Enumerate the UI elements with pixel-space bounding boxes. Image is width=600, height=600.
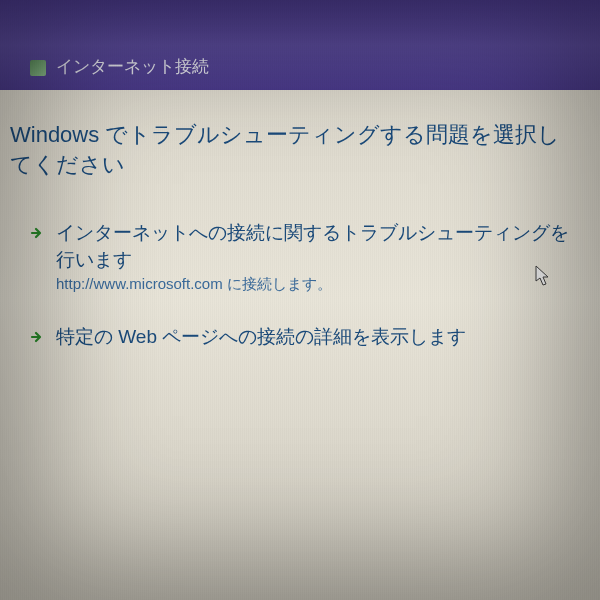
option-title: 特定の Web ページへの接続の詳細を表示します [56,324,466,351]
arrow-right-icon [30,226,44,240]
window-title: インターネット接続 [56,55,209,78]
option-webpage-details[interactable]: 特定の Web ページへの接続の詳細を表示します [10,324,580,351]
option-subtitle: http://www.microsoft.com に接続します。 [56,275,580,294]
content-area: Windows でトラブルシューティングする問題を選択してください インターネッ… [0,90,600,401]
option-internet-troubleshoot[interactable]: インターネットへの接続に関するトラブルシューティングを行います http://w… [10,220,580,294]
network-troubleshoot-icon [30,60,46,76]
option-text: 特定の Web ページへの接続の詳細を表示します [56,324,466,351]
page-heading: Windows でトラブルシューティングする問題を選択してください [10,120,580,180]
arrow-right-icon [30,330,44,344]
titlebar: インターネット接続 [0,0,600,90]
option-text: インターネットへの接続に関するトラブルシューティングを行います http://w… [56,220,580,294]
option-title: インターネットへの接続に関するトラブルシューティングを行います [56,220,580,273]
mouse-cursor-icon [535,265,553,291]
